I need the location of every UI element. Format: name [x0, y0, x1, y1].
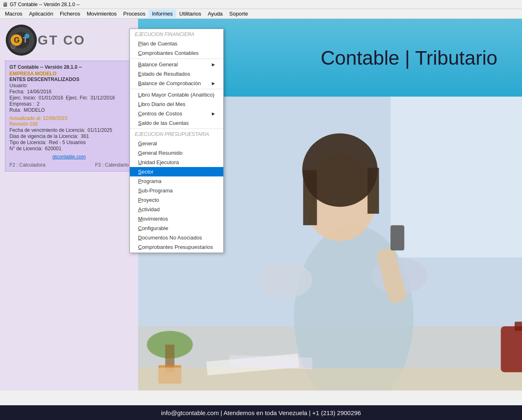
svg-rect-26 [501, 326, 522, 372]
vigencia-label: Dias de vigencia de la Licencia: [9, 133, 78, 139]
ruta-row: Ruta: MODELO [9, 107, 129, 113]
licencia-venc-label: Fecha de vencimiento de Licencia: [9, 127, 85, 133]
actualizado-row: Actualizado al: 12/08/2023 [9, 115, 129, 121]
section-header-presupuestaria: EJECUCION PRESUPUESTARIA [130, 130, 223, 139]
menu-soporte[interactable]: Soporte [226, 10, 252, 18]
main-area: G T GT CO GT Contable -- Versión 28.1.0 … [0, 19, 522, 391]
menu-comprobantes-presupuestarios[interactable]: Comprobantes Presupuestarios [130, 242, 223, 252]
fecha-label: Fecha: [9, 89, 25, 95]
actualizado-value: 12/08/2023 [43, 115, 67, 121]
menu-movimientos[interactable]: Movimientos [130, 214, 223, 224]
menu-general[interactable]: General [130, 139, 223, 148]
menu-balance-comprobacion[interactable]: Balance de Comprobación ▶ [130, 79, 223, 88]
nro-licencia-row: N° de Licencia: 620001 [9, 146, 129, 151]
ejercicio-fin-value: 31/12/2016 [90, 95, 115, 101]
tipo-licencia-label: Tipo de Licencia: [9, 140, 46, 145]
menu-balance-general[interactable]: Balance General ▶ [130, 60, 223, 69]
arrow-icon-3: ▶ [212, 111, 215, 116]
menu-proyecto[interactable]: Proyecto [130, 195, 223, 205]
arrow-icon-2: ▶ [212, 81, 215, 86]
menu-aplicacion[interactable]: Aplicación [26, 10, 57, 18]
revision-row: Revisión 036 [9, 121, 129, 127]
menu-programa[interactable]: Programa [130, 176, 223, 186]
empresas-row: Empresas : 2 [9, 101, 129, 107]
svg-point-6 [25, 34, 30, 38]
menu-unidad-ejecutora[interactable]: Unidad Ejecutora [130, 158, 223, 167]
licencia-venc-value: 01/11/2025 [88, 127, 112, 133]
app-icon: 🖥 [2, 1, 8, 8]
vigencia-value: 361 [81, 133, 89, 139]
menu-actividad[interactable]: Actividad [130, 205, 223, 214]
separator-2 [130, 89, 223, 89]
version-title: GT Contable -- Versión 28.1.0 -- [9, 64, 129, 70]
svg-point-16 [257, 262, 313, 299]
svg-text:G: G [14, 36, 20, 44]
svg-rect-9 [390, 97, 522, 257]
menu-libro-mayor[interactable]: Libro Mayor Contable (Analítico) [130, 90, 223, 99]
tipo-licencia-row: Tipo de Licencia: Red - 5 Usuarios [9, 140, 129, 145]
menu-bar: Macros Aplicación Ficheros Movimientos P… [0, 9, 522, 19]
separator-1 [130, 59, 223, 59]
gt-logo: G T [5, 24, 38, 56]
footer-text: info@gtcontable.com | Atendemos en toda … [161, 409, 361, 416]
shortcuts: F2 : Calculadora F3 : Calendario [9, 162, 129, 168]
menu-estado-resultados[interactable]: Estado de Resultados [130, 69, 223, 79]
actualizado-label: Actualizado al: [9, 115, 41, 121]
svg-rect-15 [368, 168, 379, 214]
svg-rect-27 [515, 322, 522, 331]
f3-shortcut: F3 : Calendario [95, 162, 129, 168]
fecha-value: 14/06/2016 [27, 89, 52, 95]
revision-label: Revisión [9, 121, 28, 127]
menu-general-resumido[interactable]: General Resumido [130, 148, 223, 158]
separator-3 [130, 129, 223, 129]
svg-rect-19 [390, 225, 404, 251]
section-header-financiera: EJECUCION FINANCIERA [130, 30, 223, 39]
svg-point-7 [11, 45, 15, 49]
svg-rect-14 [303, 170, 317, 226]
menu-ficheros[interactable]: Ficheros [57, 10, 84, 18]
menu-saldo-cuentas[interactable]: Saldo de las Cuentas [130, 118, 223, 128]
app-title: GT Contable -- Versión 28.1.0 -- [10, 2, 80, 7]
ejercicio-inicio-value: 01/01/2016 [39, 95, 63, 101]
empresa-name: EMPRESA MODELO [9, 71, 129, 77]
menu-informes[interactable]: Informes [149, 10, 176, 18]
website-link[interactable]: gtcontable.com [9, 154, 129, 160]
usuario-label: Usuario: [9, 83, 28, 88]
fecha-row: Fecha: 14/06/2016 [9, 89, 129, 95]
licencia-venc-row: Fecha de vencimiento de Licencia: 01/11/… [9, 127, 129, 133]
menu-plan-cuentas[interactable]: Plan de Cuentas [130, 39, 223, 48]
menu-configurable[interactable]: Configurable [130, 224, 223, 233]
nro-licencia-value: 620001 [45, 146, 61, 151]
menu-movimientos[interactable]: Movimientos [84, 10, 120, 18]
f2-shortcut: F2 : Calculadora [9, 162, 45, 168]
ruta-label: Ruta: [9, 107, 21, 113]
dropdown-menu: EJECUCION FINANCIERA Plan de Cuentas Com… [129, 29, 224, 253]
menu-sector[interactable]: Sector [130, 167, 223, 176]
logo-area: G T GT CO [5, 24, 133, 56]
revision-value: 036 [30, 121, 38, 127]
menu-procesos[interactable]: Procesos [120, 10, 149, 18]
menu-libro-diario[interactable]: Libro Diario del Mes [130, 99, 223, 109]
menu-comprobantes-contables[interactable]: Comprobantes Contables [130, 48, 223, 58]
logo-text: GT CO [38, 33, 85, 48]
menu-ayuda[interactable]: Ayuda [204, 10, 226, 18]
menu-documentos-no-asociados[interactable]: Documentos No Asociados [130, 233, 223, 242]
info-box: GT Contable -- Versión 28.1.0 -- EMPRESA… [5, 61, 133, 172]
tipo-licencia-value: Red - 5 Usuarios [49, 140, 86, 145]
ruta-value: MODELO [24, 107, 45, 113]
footer: info@gtcontable.com | Atendemos en toda … [0, 405, 522, 420]
empresas-label: Empresas : [9, 101, 34, 107]
menu-sub-programa[interactable]: Sub-Programa [130, 186, 223, 195]
ejercicio-fin-label: Ejerc. Fin: [66, 95, 88, 101]
nro-licencia-label: N° de Licencia: [9, 146, 43, 151]
menu-macros[interactable]: Macros [2, 10, 26, 18]
vigencia-row: Dias de vigencia de la Licencia: 361 [9, 133, 129, 139]
left-panel: G T GT CO GT Contable -- Versión 28.1.0 … [0, 19, 138, 391]
menu-centros-costos[interactable]: Centros de Costos ▶ [130, 109, 223, 118]
hero-title: Contable | Tributario [321, 47, 497, 69]
ejercicio-inicio-label: Ejerc. Inicio: [9, 95, 36, 101]
menu-utilitarios[interactable]: Utilitarios [176, 10, 204, 18]
empresas-value: 2 [37, 101, 40, 107]
title-bar: 🖥 GT Contable -- Versión 28.1.0 -- [0, 0, 522, 9]
ejercicio-row: Ejerc. Inicio: 01/01/2016 Ejerc. Fin: 31… [9, 95, 129, 101]
